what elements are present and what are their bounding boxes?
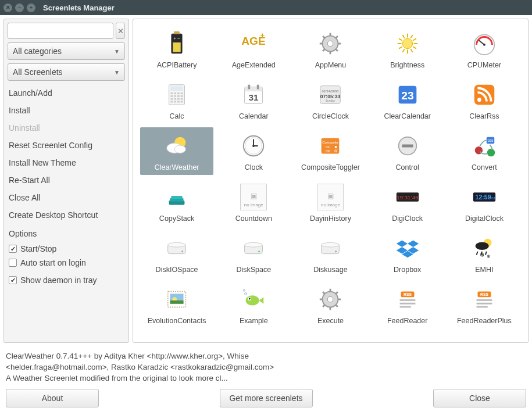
svg-text:RSS: RSS xyxy=(480,292,488,296)
sidebar-action[interactable]: Reset Screenlet Config xyxy=(8,137,125,154)
checkbox-icon[interactable] xyxy=(9,259,17,267)
screenlet-item[interactable]: Dropbox xyxy=(371,230,444,277)
convert-icon: 255 xyxy=(470,132,498,160)
screenlet-filter-combo[interactable]: All Screenlets ▼ xyxy=(8,63,125,81)
about-button[interactable]: About xyxy=(6,389,99,407)
screenlet-label: EMHI xyxy=(475,266,493,274)
screenlet-item[interactable]: Control xyxy=(371,127,444,175)
screenlet-item[interactable]: + −ACPIBattery xyxy=(140,25,213,73)
screenlet-item[interactable]: AGE+AgeExtended xyxy=(217,25,290,73)
svg-rect-35 xyxy=(174,92,176,94)
screenlet-item[interactable]: RSSFeedReaderPlus xyxy=(448,281,521,328)
svg-rect-37 xyxy=(181,92,183,94)
svg-rect-53 xyxy=(257,85,259,90)
screenlet-label: EvolutionContacts xyxy=(148,317,206,325)
option-label: Start/Stop xyxy=(20,244,56,253)
svg-line-25 xyxy=(402,35,404,38)
sidebar-action[interactable]: Install xyxy=(8,102,125,119)
svg-point-92 xyxy=(168,242,186,247)
svg-rect-2 xyxy=(173,42,180,52)
analog-icon xyxy=(240,132,267,160)
svg-point-81 xyxy=(487,149,495,156)
screenlet-item[interactable]: CPUMeter xyxy=(448,25,521,73)
option-row[interactable]: ✔Start/Stop xyxy=(8,242,125,256)
weather-icon xyxy=(163,132,191,160)
svg-line-21 xyxy=(402,49,404,52)
sidebar-action[interactable]: Launch/Add xyxy=(8,84,125,102)
screenlet-item[interactable]: 31Calendar xyxy=(217,76,290,124)
sidebar-action[interactable]: Re-Start All xyxy=(8,171,125,189)
minimize-window-icon[interactable]: – xyxy=(15,3,24,12)
checkbox-icon[interactable]: ✔ xyxy=(9,276,17,284)
screenlet-item[interactable]: Diskusage xyxy=(294,230,367,277)
screenlet-label: Dropbox xyxy=(394,266,421,274)
options-heading: Options xyxy=(8,225,125,241)
svg-point-62 xyxy=(477,98,481,102)
svg-point-93 xyxy=(181,251,183,252)
gear-icon xyxy=(316,30,344,58)
screenlet-item[interactable]: CopyStack xyxy=(140,178,213,226)
chevron-down-icon: ▼ xyxy=(114,48,120,55)
feedreader-icon: RSS xyxy=(394,285,422,313)
screenlet-item[interactable]: Calc xyxy=(140,76,213,124)
sidebar-action[interactable]: Install New Theme xyxy=(8,154,125,171)
svg-rect-135 xyxy=(399,303,415,305)
gear-icon xyxy=(316,285,344,313)
screenlet-item[interactable]: 12:5903DigitalClock xyxy=(448,178,521,226)
sidebar-action[interactable]: Close All xyxy=(8,189,125,206)
svg-rect-52 xyxy=(248,85,251,90)
screenlet-item[interactable]: ❄❄EMHI xyxy=(448,230,521,277)
digiclock-icon: 19:31:46 xyxy=(394,183,422,211)
svg-text:07:05:33: 07:05:33 xyxy=(320,94,341,99)
clear-search-button[interactable]: ✕ xyxy=(116,23,125,39)
screenlet-label: ClearWeather xyxy=(155,163,199,171)
screenlet-item[interactable]: CompositeOnOffCompositeToggler xyxy=(294,127,367,175)
screenlet-item[interactable]: AppMenu xyxy=(294,25,367,73)
search-input[interactable] xyxy=(8,23,113,39)
screenlet-item[interactable]: no imageCountdown xyxy=(217,178,290,226)
option-row[interactable]: Auto start on login xyxy=(8,256,125,270)
option-row[interactable]: ✔Show daemon in tray xyxy=(8,273,125,287)
sidebar-action[interactable]: Create Desktop Shortcut xyxy=(8,206,125,224)
category-combo-label: All categories xyxy=(13,46,62,56)
close-button[interactable]: Close xyxy=(433,389,526,407)
screenlet-item[interactable]: ClearRss xyxy=(448,76,521,124)
svg-rect-85 xyxy=(172,196,183,199)
screenlet-item[interactable]: RSSFeedReader xyxy=(371,281,444,328)
screenlet-item[interactable]: Clock xyxy=(217,127,290,175)
screenlet-label: FeedReader xyxy=(387,317,428,325)
screenlet-item[interactable]: 02/24/200807:05:33SundayCircleClock xyxy=(294,76,367,124)
screenlet-item[interactable]: 23ClearCalendar xyxy=(371,76,444,124)
screenlet-label: Execute xyxy=(317,317,344,325)
svg-line-24 xyxy=(399,38,402,40)
maximize-window-icon[interactable]: + xyxy=(27,3,35,12)
svg-point-121 xyxy=(244,289,245,291)
close-window-icon[interactable]: ✕ xyxy=(3,3,12,12)
screenlet-item[interactable]: ClearWeather xyxy=(140,127,213,175)
screenlet-item[interactable]: EvolutionContacts xyxy=(140,281,213,328)
screenlet-item[interactable]: DiskSpace xyxy=(217,230,290,277)
svg-point-106 xyxy=(476,242,489,249)
screenlet-item[interactable]: 255Convert xyxy=(448,127,521,175)
sun-icon xyxy=(394,30,422,58)
screenlet-item[interactable]: Execute xyxy=(294,281,367,328)
screenlet-grid[interactable]: + −ACPIBatteryAGE+AgeExtendedAppMenuBrig… xyxy=(133,19,529,343)
category-combo[interactable]: All categories ▼ xyxy=(8,42,125,60)
screenlet-label: FeedReaderPlus xyxy=(457,317,512,325)
screenlet-item[interactable]: no imageDayinHistory xyxy=(294,178,367,226)
svg-rect-51 xyxy=(245,87,263,92)
svg-point-75 xyxy=(335,146,337,148)
get-more-button[interactable]: Get more screenlets xyxy=(220,389,313,407)
screenlet-label: DigiClock xyxy=(392,214,423,223)
dropbox-icon xyxy=(394,234,422,262)
checkbox-icon[interactable]: ✔ xyxy=(9,245,17,253)
svg-point-7 xyxy=(328,41,334,46)
svg-rect-45 xyxy=(181,98,183,100)
screenlet-item[interactable]: DiskIOSpace xyxy=(140,230,213,277)
option-label: Auto start on login xyxy=(20,258,86,267)
digitalclock-icon: 12:5903 xyxy=(470,183,498,211)
screenlet-label: Clock xyxy=(245,163,263,171)
screenlet-item[interactable]: Brightness xyxy=(371,25,444,73)
screenlet-item[interactable]: Example xyxy=(217,281,290,328)
screenlet-item[interactable]: 19:31:46DigiClock xyxy=(371,178,444,226)
